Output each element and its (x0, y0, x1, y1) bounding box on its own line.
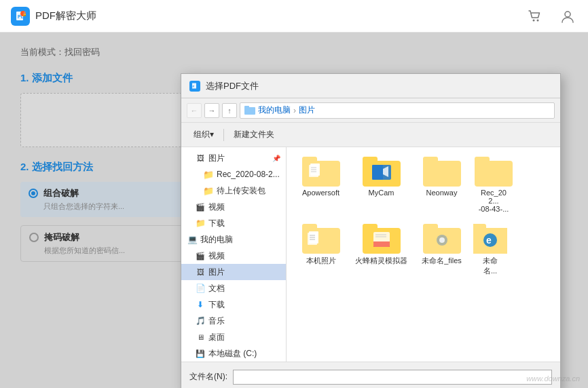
pc-icon: 💻 (187, 234, 198, 245)
svg-rect-18 (372, 165, 383, 180)
filename-input[interactable] (233, 370, 552, 385)
tree-item-pictures1[interactable]: 🖼 图片 📌 (181, 150, 286, 166)
tree-label: Rec_2020-08-2... (217, 170, 280, 179)
music-icon: 🎵 (195, 315, 206, 326)
tree-item-video1[interactable]: 🎬 视频 (181, 199, 286, 215)
nav-forward-button[interactable]: → (204, 103, 219, 118)
svg-point-5 (537, 19, 539, 21)
tree-label: 桌面 (208, 332, 225, 343)
svg-text:P: P (193, 85, 195, 88)
cart-icon[interactable] (526, 7, 545, 26)
video-icon: 🎬 (195, 250, 206, 261)
svg-point-29 (439, 237, 445, 243)
organize-button[interactable]: 组织▾ (189, 128, 218, 142)
svg-rect-10 (244, 106, 249, 109)
svg-rect-20 (308, 233, 317, 245)
svg-text:🔓: 🔓 (22, 11, 26, 16)
tree-item-mypc[interactable]: 💻 我的电脑 (181, 231, 286, 248)
tree-label: 文档 (208, 283, 225, 294)
tree-item-rec[interactable]: 📁 Rec_2020-08-2... (181, 166, 286, 182)
dialog-title-text: 选择PDF文件 (206, 80, 552, 92)
tree-item-download2[interactable]: ⬇ 下载 (181, 296, 286, 313)
tree-item-upload[interactable]: 📁 待上传安装包 (181, 182, 286, 199)
file-item-localphoto[interactable]: 本机照片 (292, 220, 350, 280)
tree-item-download1[interactable]: 📁 下载 (181, 215, 286, 231)
file-item-rec[interactable]: Rec_202...-08-43-... (473, 153, 514, 217)
tree-item-docs[interactable]: 📄 文档 (181, 280, 286, 296)
nav-back-button[interactable]: ← (187, 103, 202, 118)
file-dialog: P 选择PDF文件 ← → ↑ 我的电脑 (181, 73, 561, 388)
dialog-icon: P (189, 81, 200, 92)
photo-icon: 🖼 (195, 267, 206, 277)
title-right (526, 7, 577, 26)
file-item-unnamed-files[interactable]: 未命名_files (413, 220, 471, 280)
title-bar: PDF 🔓 PDF解密大师 (0, 0, 588, 33)
file-grid: Apowersoft (287, 147, 560, 362)
file-name: MyCam (369, 189, 394, 197)
tree-item-pictures2[interactable]: 🖼 图片 (181, 264, 286, 280)
svg-point-6 (565, 12, 570, 17)
drive-icon: 💾 (195, 348, 206, 359)
dialog-overlay: P 选择PDF文件 ← → ↑ 我的电脑 (0, 33, 588, 388)
dialog-title-bar: P 选择PDF文件 (181, 74, 560, 98)
nav-path: 我的电脑 › 图片 (240, 102, 555, 119)
user-icon[interactable] (558, 7, 577, 26)
dialog-toolbar: 组织▾ 新建文件夹 (181, 123, 560, 147)
file-item-unnamed2[interactable]: e 未命名... (473, 220, 507, 280)
download-icon: ⬇ (195, 299, 206, 310)
tree-item-music[interactable]: 🎵 音乐 (181, 313, 286, 329)
title-left: PDF 🔓 PDF解密大师 (11, 7, 96, 26)
path-sep1: › (293, 106, 296, 115)
photo-icon: 🖼 (195, 153, 206, 163)
path-part2[interactable]: 图片 (299, 104, 315, 116)
tree-label: 待上传安装包 (217, 185, 265, 197)
dialog-body: 🖼 图片 📌 📁 Rec_2020-08-2... 📁 待上传安装包 (181, 147, 560, 362)
svg-text:e: e (486, 235, 492, 246)
file-name: Rec_202...-08-43-... (476, 189, 511, 213)
tree-label: 图片 (208, 153, 225, 164)
nav-up-button[interactable]: ↑ (222, 103, 237, 118)
new-folder-button[interactable]: 新建文件夹 (229, 128, 278, 142)
svg-rect-25 (373, 241, 390, 247)
folder-icon: 📁 (203, 169, 214, 180)
file-name: 未命名_files (422, 256, 462, 266)
app-icon: PDF 🔓 (11, 7, 30, 26)
desktop-icon: 🖥 (195, 332, 206, 343)
doc-icon: 📄 (195, 283, 206, 294)
file-name: Apowersoft (302, 189, 339, 197)
svg-rect-12 (309, 165, 318, 177)
dialog-bottom: 文件名(N): (181, 362, 560, 388)
folder-icon: 📁 (203, 185, 214, 196)
file-name: 火蜂精灵模拟器 (355, 256, 407, 266)
file-name: 本机照片 (306, 256, 336, 266)
file-item-huofeng[interactable]: 火蜂精灵模拟器 (352, 220, 410, 280)
path-part1[interactable]: 我的电脑 (258, 104, 291, 116)
tree-item-video2[interactable]: 🎬 视频 (181, 248, 286, 264)
svg-point-4 (533, 19, 535, 21)
tree-label: 下载 (208, 299, 225, 311)
watermark: www.downza.cn (526, 374, 580, 383)
filename-label: 文件名(N): (189, 371, 227, 383)
tree-label: 图片 (208, 267, 225, 278)
tree-label: 视频 (208, 201, 225, 213)
file-item-mycam[interactable]: MyCam (352, 153, 410, 217)
toolbar-separator (223, 129, 224, 141)
tree-label: 下载 (208, 218, 225, 229)
tree-label: 视频 (208, 250, 225, 262)
tree-label: 我的电脑 (200, 234, 233, 246)
main-content: 当前模式：找回密码 1. 添加文件 2. 选择找回方法 组合破解 只组合您选择的… (0, 33, 588, 388)
file-name: Neonway (426, 189, 458, 197)
tree-item-desktop[interactable]: 🖥 桌面 (181, 329, 286, 345)
app-title-text: PDF解密大师 (35, 9, 96, 22)
folder-icon: 📁 (195, 218, 206, 229)
tree-panel: 🖼 图片 📌 📁 Rec_2020-08-2... 📁 待上传安装包 (181, 147, 287, 362)
app-window: PDF 🔓 PDF解密大师 (0, 0, 588, 388)
tree-label: 本地磁盘 (C:) (208, 348, 257, 360)
dialog-nav: ← → ↑ 我的电脑 › 图片 (181, 98, 560, 123)
tree-item-driveC[interactable]: 💾 本地磁盘 (C:) (181, 345, 286, 362)
file-item-neonway[interactable]: Neonway (413, 153, 471, 217)
tree-label: 音乐 (208, 315, 225, 327)
pin-icon: 📌 (272, 155, 280, 162)
file-name: 未命名... (476, 256, 504, 276)
file-item-apowersoft[interactable]: Apowersoft (292, 153, 350, 217)
